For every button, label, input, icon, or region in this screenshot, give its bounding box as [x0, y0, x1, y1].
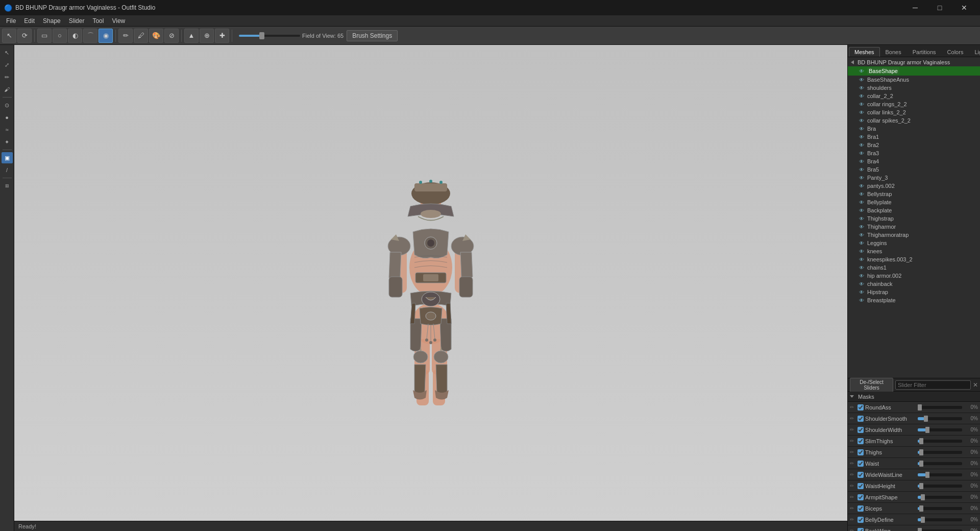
toolbar-plus[interactable]: ✚	[215, 29, 229, 43]
tree-item-bra4[interactable]: 👁 Bra4	[848, 157, 980, 165]
tree-item-leggins[interactable]: 👁 Leggins	[848, 239, 980, 247]
lt-cursor[interactable]: ↖	[2, 47, 13, 58]
toolbar-pencil[interactable]: ✏	[118, 29, 133, 43]
tree-item-collarspikes[interactable]: 👁 collar spikes_2_2	[848, 116, 980, 125]
tree-item-collarrings[interactable]: 👁 collar rings_2_2	[848, 100, 980, 108]
slider-check-waist[interactable]	[857, 461, 864, 467]
slider-edit-roundass[interactable]: ✏	[850, 404, 856, 411]
menu-tool[interactable]: Tool	[88, 16, 108, 26]
tree-item-hipstrap[interactable]: 👁 Hipstrap	[848, 288, 980, 296]
tree-item-panty3[interactable]: 👁 Panty_3	[848, 174, 980, 182]
slider-check-backwing[interactable]	[857, 528, 864, 532]
close-button[interactable]: ✕	[952, 0, 976, 15]
slider-check-bellydefine[interactable]	[857, 517, 864, 523]
slider-check-shoulderwidth[interactable]	[857, 427, 864, 433]
tree-item-bra2[interactable]: 👁 Bra2	[848, 141, 980, 149]
slider-edit-bellydefine[interactable]: ✏	[850, 517, 856, 523]
maximize-button[interactable]: □	[928, 0, 951, 15]
slider-track-shouldersmooth[interactable]	[918, 417, 962, 420]
slider-track-bellydefine[interactable]	[918, 518, 962, 521]
slider-check-roundass[interactable]	[857, 404, 864, 411]
slider-track-widewaistline[interactable]	[918, 473, 962, 476]
slider-content[interactable]: Masks ✏ RoundAss 0% ✏ Sh	[848, 392, 980, 531]
slider-check-widewaistline[interactable]	[857, 472, 864, 478]
slider-track-waist[interactable]	[918, 462, 962, 465]
tree-item-chains1[interactable]: 👁 chains1	[848, 263, 980, 272]
slider-section-masks[interactable]: Masks	[848, 392, 980, 402]
lt-mask[interactable]: ▣	[2, 152, 13, 163]
lt-inflate[interactable]: ⊙	[2, 100, 13, 111]
slider-track-thighs[interactable]	[918, 451, 962, 454]
slider-check-waistheight[interactable]	[857, 483, 864, 489]
slider-edit-slimthighs[interactable]: ✏	[850, 438, 856, 444]
slider-track-biceps[interactable]	[918, 507, 962, 510]
slider-check-thighs[interactable]	[857, 449, 864, 455]
lt-smooth[interactable]: ≈	[2, 124, 13, 135]
slider-filter-input[interactable]	[895, 380, 971, 390]
slider-edit-shoulderwidth[interactable]: ✏	[850, 427, 856, 433]
tree-item-hiparmor[interactable]: 👁 hip armor.002	[848, 272, 980, 280]
tree-item-collar22[interactable]: 👁 collar_2_2	[848, 92, 980, 100]
lt-pivot[interactable]: /	[2, 164, 13, 176]
tab-lights[interactable]: Lights	[969, 47, 980, 57]
tree-item-kneespikes[interactable]: 👁 kneespikes.003_2	[848, 255, 980, 263]
slider-edit-waist[interactable]: ✏	[850, 461, 856, 467]
slider-search-clear[interactable]: ✕	[973, 381, 978, 389]
minimize-button[interactable]: ─	[903, 0, 927, 15]
slider-edit-waistheight[interactable]: ✏	[850, 483, 856, 489]
lt-brush[interactable]: ✏	[2, 71, 13, 83]
toolbar-cursor[interactable]: ↖	[2, 29, 16, 43]
slider-edit-thighs[interactable]: ✏	[850, 449, 856, 455]
slider-track-shoulderwidth[interactable]	[918, 428, 962, 431]
slider-track-armpitshape[interactable]	[918, 496, 962, 499]
tree-item-bellyplate[interactable]: 👁 Bellyplate	[848, 198, 980, 206]
slider-check-slimthighs[interactable]	[857, 438, 864, 444]
tree-item-knees[interactable]: 👁 knees	[848, 247, 980, 255]
lt-paint[interactable]: 🖌	[2, 84, 13, 95]
menu-shape[interactable]: Shape	[39, 16, 65, 26]
toolbar-mask-circle[interactable]: ◐	[68, 29, 82, 43]
fov-slider[interactable]	[239, 35, 300, 37]
menu-edit[interactable]: Edit	[20, 16, 39, 26]
viewport[interactable]: Ready!	[14, 45, 847, 531]
tree-item-thigharmoratrap[interactable]: 👁 Thigharmoratrap	[848, 231, 980, 239]
tab-partitions[interactable]: Partitions	[907, 47, 942, 57]
toolbar-inflate[interactable]: ▲	[184, 29, 199, 43]
tree-item-bra5[interactable]: 👁 Bra5	[848, 165, 980, 174]
toolbar-shape-circle[interactable]: ○	[53, 29, 67, 43]
tree-item-thighstrap[interactable]: 👁 Thighstrap	[848, 214, 980, 223]
slider-track-waistheight[interactable]	[918, 485, 962, 488]
tree-item-bellystrap[interactable]: 👁 Bellystrap	[848, 190, 980, 198]
slider-check-biceps[interactable]	[857, 505, 864, 512]
tree-item-backplate[interactable]: 👁 Backplate	[848, 206, 980, 214]
slider-track-backwing[interactable]	[918, 529, 962, 532]
tree-item-bra3[interactable]: 👁 Bra3	[848, 149, 980, 157]
slider-edit-widewaistline[interactable]: ✏	[850, 472, 856, 478]
menu-view[interactable]: View	[108, 16, 129, 26]
tree-item-baseshape[interactable]: 👁 BaseShape	[848, 66, 980, 76]
lt-move[interactable]: ✦	[2, 136, 13, 148]
tab-bones[interactable]: Bones	[880, 47, 907, 57]
toolbar-gizmo[interactable]: ⟳	[17, 29, 32, 43]
deselect-sliders-button[interactable]: De-/Select Sliders	[850, 378, 893, 392]
slider-track-slimthighs[interactable]	[918, 440, 962, 443]
toolbar-pen[interactable]: 🖊	[134, 29, 148, 43]
brush-settings-button[interactable]: Brush Settings	[347, 30, 398, 41]
slider-track-roundass[interactable]	[918, 406, 962, 409]
slider-edit-backwing[interactable]: ✏	[850, 528, 856, 532]
tree-item-shoulders[interactable]: 👁 shoulders	[848, 84, 980, 92]
tree-item-breastplate[interactable]: 👁 Breastplate	[848, 296, 980, 304]
tree-item-baseshapeanus[interactable]: 👁 BaseShapeAnus	[848, 76, 980, 84]
toolbar-active1[interactable]: ◉	[99, 29, 113, 43]
toolbar-color[interactable]: 🎨	[149, 29, 163, 43]
slider-check-shouldersmooth[interactable]	[857, 416, 864, 422]
tree-item-collarlinks[interactable]: 👁 collar links_2_2	[848, 108, 980, 116]
tab-colors[interactable]: Colors	[942, 47, 969, 57]
slider-edit-shouldersmooth[interactable]: ✏	[850, 416, 856, 422]
lt-select[interactable]: ⤢	[2, 59, 13, 70]
toolbar-eraser[interactable]: ⊘	[164, 29, 179, 43]
toolbar-smooth[interactable]: ⌒	[83, 29, 97, 43]
tab-meshes[interactable]: Meshes	[849, 47, 880, 57]
tree-item-pantys002[interactable]: 👁 pantys.002	[848, 182, 980, 190]
tree-item-chainback[interactable]: 👁 chainback	[848, 280, 980, 288]
